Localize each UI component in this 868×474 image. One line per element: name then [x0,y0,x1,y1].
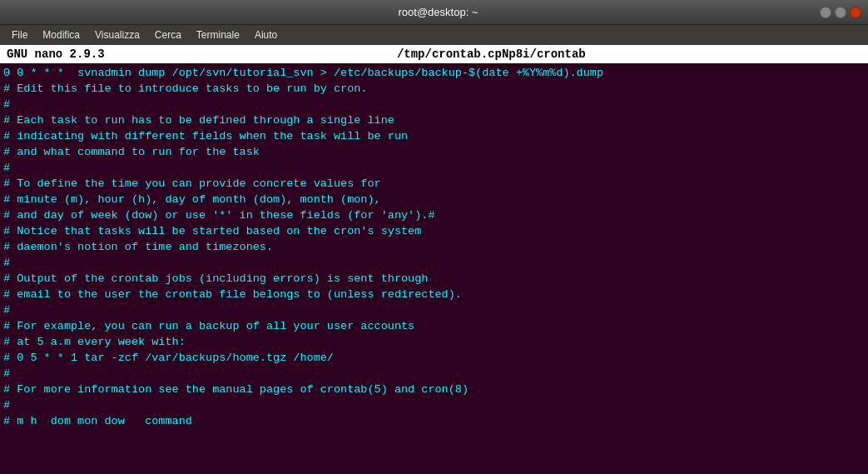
editor-line-4: # indicating with different fields when … [3,128,865,144]
editor-line-16: # For example, you can run a backup of a… [3,318,865,334]
nano-version: GNU nano 2.9.3 [7,47,105,61]
menu-file[interactable]: File [5,27,34,42]
editor-line-12: # [3,255,865,271]
editor-line-18: # 0 5 * * 1 tar -zcf /var/backups/home.t… [3,350,865,366]
nano-header: GNU nano 2.9.3 /tmp/crontab.cpNp8i/cront… [0,45,868,63]
editor-line-5: # and what command to run for the task [3,144,865,160]
editor-line-14: # email to the user the crontab file bel… [3,287,865,302]
editor-line-10: # Notice that tasks will be started base… [3,223,865,239]
editor-line-0: 0 0 * * * svnadmin dump /opt/svn/tutoria… [3,65,865,81]
minimize-button[interactable] [820,7,831,18]
editor-area[interactable]: 0 0 * * * svnadmin dump /opt/svn/tutoria… [0,63,868,474]
editor-line-13: # Output of the crontab jobs (including … [3,271,865,287]
editor-line-22: # m h dom mon dow command [3,413,865,429]
editor-line-20: # For more information see the manual pa… [3,382,865,397]
window-controls[interactable] [820,7,861,18]
editor-line-6: # [3,160,865,176]
menu-aiuto[interactable]: Aiuto [248,27,284,42]
editor-line-1: # Edit this file to introduce tasks to b… [3,81,865,97]
nano-filename: /tmp/crontab.cpNp8i/crontab [122,47,861,61]
editor-line-17: # at 5 a.m every week with: [3,334,865,350]
menu-modifica[interactable]: Modifica [36,27,87,42]
editor-line-3: # Each task to run has to be defined thr… [3,112,865,128]
title-bar: root@desktop: ~ [0,0,868,25]
menu-visualizza[interactable]: Visualizza [88,27,146,42]
close-button[interactable] [850,7,861,18]
editor-line-15: # [3,302,865,318]
window-title: root@desktop: ~ [57,6,820,18]
menu-bar: File Modifica Visualizza Cerca Terminale… [0,25,868,45]
menu-terminale[interactable]: Terminale [190,27,246,42]
editor-line-2: # [3,97,865,112]
maximize-button[interactable] [835,7,846,18]
menu-cerca[interactable]: Cerca [148,27,188,42]
editor-line-21: # [3,397,865,413]
editor-line-19: # [3,366,865,382]
editor-line-7: # To define the time you can provide con… [3,176,865,192]
editor-line-11: # daemon's notion of time and timezones. [3,239,865,255]
editor-line-8: # minute (m), hour (h), day of month (do… [3,192,865,207]
editor-line-9: # and day of week (dow) or use '*' in th… [3,207,865,223]
